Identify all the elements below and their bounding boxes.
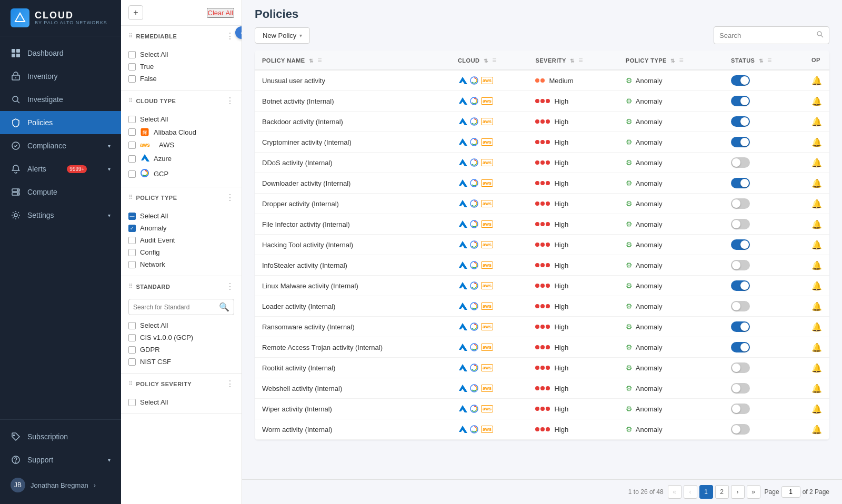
standard-search-input[interactable] <box>133 304 216 311</box>
status-toggle[interactable] <box>731 342 750 352</box>
checkbox-std-selectall[interactable] <box>128 322 136 329</box>
filter-item-std-gdpr[interactable]: GDPR <box>128 344 234 356</box>
checkbox-std-gdpr[interactable] <box>128 346 136 354</box>
status-toggle[interactable] <box>731 137 750 147</box>
checkbox-std-nist[interactable] <box>128 358 136 366</box>
pagination-prev-button[interactable]: ‹ <box>684 485 697 499</box>
checkbox-ptype-network[interactable] <box>128 261 136 268</box>
search-input[interactable] <box>719 32 813 39</box>
checkbox-sev-selectall[interactable] <box>128 399 136 406</box>
user-profile[interactable]: JB Jonathan Bregman › <box>0 471 121 499</box>
checkbox-ptype-audit[interactable] <box>128 237 136 244</box>
sidebar-item-inventory[interactable]: Inventory <box>0 65 121 88</box>
action-bell-icon[interactable]: 🔔 <box>811 384 822 393</box>
pagination-page-input[interactable] <box>781 486 800 498</box>
filter-item-remediable-false[interactable]: False <box>128 73 234 85</box>
filter-item-remediable-selectall[interactable]: Select All <box>128 48 234 61</box>
status-toggle[interactable] <box>731 157 750 168</box>
col-menu-cloud[interactable]: ≡ <box>492 56 497 64</box>
filter-item-ptype-selectall[interactable]: Select All <box>128 210 234 222</box>
action-bell-icon[interactable]: 🔔 <box>811 343 822 352</box>
pagination-last-button[interactable]: » <box>747 485 760 499</box>
action-bell-icon[interactable]: 🔔 <box>811 97 822 106</box>
sidebar-item-compliance[interactable]: Compliance ▾ <box>0 134 121 157</box>
filter-item-cloud-alibaba[interactable]: 阿 Alibaba Cloud <box>128 125 234 139</box>
sidebar-item-investigate[interactable]: Investigate <box>0 88 121 111</box>
filter-section-cloud-type-header[interactable]: ⠿ CLOUD TYPE ⋮ <box>121 90 242 111</box>
action-bell-icon[interactable]: 🔔 <box>811 199 822 208</box>
action-bell-icon[interactable]: 🔔 <box>811 405 822 414</box>
filter-item-ptype-network[interactable]: Network <box>128 258 234 270</box>
filter-clear-button[interactable]: Clear All <box>207 8 234 18</box>
status-toggle[interactable] <box>731 301 750 311</box>
action-bell-icon[interactable]: 🔔 <box>811 179 822 188</box>
status-toggle[interactable] <box>731 219 750 229</box>
sidebar-item-subscription[interactable]: Subscription <box>0 425 121 448</box>
col-menu-status[interactable]: ≡ <box>767 56 772 64</box>
status-toggle[interactable] <box>731 424 750 435</box>
status-toggle[interactable] <box>731 75 750 86</box>
filter-more-remediable[interactable]: ⋮ <box>226 31 234 41</box>
status-toggle[interactable] <box>731 362 750 373</box>
checkbox-remediable-selectall[interactable] <box>128 51 136 58</box>
filter-item-std-cis[interactable]: CIS v1.0.0 (GCP) <box>128 331 234 344</box>
filter-section-policy-type-header[interactable]: ⠿ POLICY TYPE ⋮ <box>121 187 242 208</box>
checkbox-ptype-selectall[interactable] <box>128 213 136 220</box>
status-toggle[interactable] <box>731 260 750 270</box>
checkbox-remediable-false[interactable] <box>128 75 136 83</box>
status-toggle[interactable] <box>731 96 750 106</box>
col-policy-name[interactable]: POLICY NAME ⇅ ≡ <box>255 51 450 70</box>
col-status[interactable]: STATUS ⇅ ≡ <box>724 51 804 70</box>
sidebar-item-support[interactable]: Support ▾ <box>0 448 121 471</box>
checkbox-cloud-azure[interactable] <box>128 155 136 163</box>
filter-item-remediable-true[interactable]: True <box>128 61 234 73</box>
filter-more-cloud-type[interactable]: ⋮ <box>226 96 234 106</box>
filter-item-cloud-gcp[interactable]: GCP <box>128 166 234 182</box>
action-bell-icon[interactable]: 🔔 <box>811 138 822 147</box>
status-toggle[interactable] <box>731 239 750 250</box>
filter-more-policy-type[interactable]: ⋮ <box>226 193 234 203</box>
checkbox-std-cis[interactable] <box>128 334 136 341</box>
action-bell-icon[interactable]: 🔔 <box>811 261 822 270</box>
new-policy-button[interactable]: New Policy ▾ <box>255 27 310 44</box>
checkbox-cloud-aws[interactable] <box>128 142 136 149</box>
action-bell-icon[interactable]: 🔔 <box>811 425 822 434</box>
action-bell-icon[interactable]: 🔔 <box>811 117 822 126</box>
checkbox-ptype-config[interactable] <box>128 249 136 256</box>
col-cloud[interactable]: CLOUD ⇅ ≡ <box>450 51 528 70</box>
col-severity[interactable]: SEVERITY ⇅ ≡ <box>528 51 618 70</box>
filter-section-policy-severity-header[interactable]: ⠿ POLICY SEVERITY ⋮ <box>121 374 242 394</box>
col-menu-policy-type[interactable]: ≡ <box>679 56 684 64</box>
checkbox-ptype-anomaly[interactable] <box>128 225 136 232</box>
filter-item-ptype-anomaly[interactable]: Anomaly <box>128 222 234 234</box>
sidebar-item-policies[interactable]: Policies <box>0 111 121 134</box>
col-policy-type[interactable]: POLICY TYPE ⇅ ≡ <box>618 51 724 70</box>
filter-item-std-nist[interactable]: NIST CSF <box>128 356 234 368</box>
filter-item-ptype-audit[interactable]: Audit Event <box>128 234 234 246</box>
filter-add-button[interactable]: + <box>128 5 143 20</box>
action-bell-icon[interactable]: 🔔 <box>811 220 822 229</box>
action-bell-icon[interactable]: 🔔 <box>811 302 822 311</box>
sidebar-item-compute[interactable]: Compute <box>0 180 121 204</box>
status-toggle[interactable] <box>731 280 750 291</box>
action-bell-icon[interactable]: 🔔 <box>811 281 822 290</box>
checkbox-cloud-gcp[interactable] <box>128 170 136 178</box>
status-toggle[interactable] <box>731 321 750 332</box>
filter-section-remediable-header[interactable]: ⠿ REMEDIABLE ⋮ <box>121 26 242 46</box>
pagination-page-1-button[interactable]: 1 <box>699 485 713 499</box>
pagination-next-button[interactable]: › <box>731 485 745 499</box>
filter-item-cloud-aws[interactable]: aws AWS <box>128 139 234 151</box>
pagination-page-2-button[interactable]: 2 <box>715 485 729 499</box>
sidebar-item-dashboard[interactable]: Dashboard <box>0 42 121 65</box>
action-bell-icon[interactable]: 🔔 <box>811 240 822 249</box>
filter-item-ptype-config[interactable]: Config <box>128 246 234 258</box>
filter-item-cloud-selectall[interactable]: Select All <box>128 113 234 125</box>
filter-item-cloud-azure[interactable]: Azure <box>128 151 234 166</box>
status-toggle[interactable] <box>731 404 750 414</box>
filter-item-std-selectall[interactable]: Select All <box>128 319 234 331</box>
col-menu-policy-name[interactable]: ≡ <box>317 56 322 64</box>
action-bell-icon[interactable]: 🔔 <box>811 158 822 167</box>
sidebar-item-settings[interactable]: Settings ▾ <box>0 204 121 227</box>
filter-item-sev-selectall[interactable]: Select All <box>128 396 234 408</box>
status-toggle[interactable] <box>731 116 750 127</box>
